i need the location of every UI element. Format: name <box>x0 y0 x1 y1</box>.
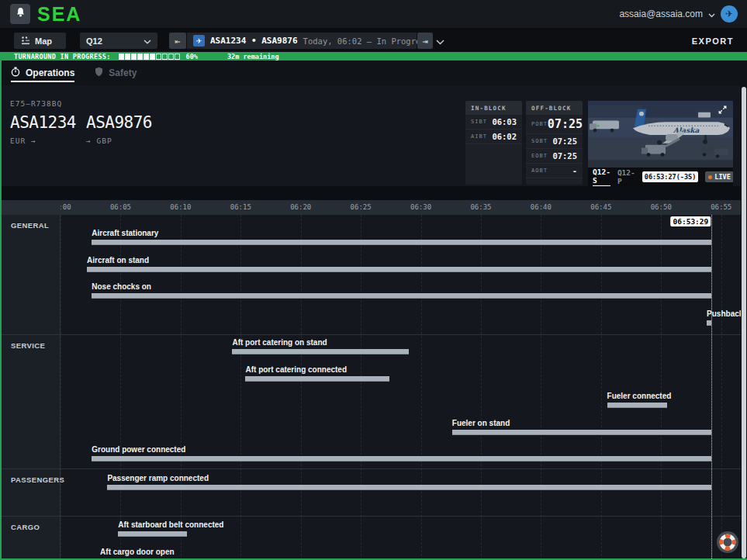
skip-to-end-button[interactable]: ⇥ <box>417 33 433 49</box>
flight-selector-flights: ASA1234 • ASA9876 <box>210 36 298 46</box>
vertical-scrollbar <box>741 85 747 560</box>
gantt-row: Nose chocks on <box>61 279 747 306</box>
gantt-bar <box>92 293 711 299</box>
tick-label: 06:30 <box>410 203 431 211</box>
section-label: SERVICE <box>0 335 60 350</box>
gantt-row: Aft starboard belt connected <box>61 517 747 544</box>
gantt-row: Pushback tug <box>61 306 747 334</box>
progress-block <box>175 54 180 60</box>
skip-to-end-icon: ⇥ <box>422 36 427 47</box>
section-chart-area: Aft port catering on standAft port cater… <box>61 335 747 468</box>
live-dot-icon <box>708 175 712 179</box>
chevron-down-icon <box>708 7 715 21</box>
user-email: assaia@assaia.com <box>619 9 703 19</box>
live-badge[interactable]: LIVE <box>705 171 733 182</box>
tab-safety[interactable]: Safety <box>95 60 137 85</box>
in-block-row-sibt: SIBT 06:03 <box>465 115 522 130</box>
tick-label: 06:50 <box>651 203 672 211</box>
stand-selector-value: Q12 <box>86 36 102 46</box>
progress-block <box>156 54 161 60</box>
tick-label: 06:15 <box>230 203 251 211</box>
progress-blocks <box>119 54 180 60</box>
progress-block <box>150 54 155 60</box>
timeline-ticks: 06:0006:0506:1006:1506:2006:2506:3006:35… <box>61 200 741 215</box>
progress-block <box>119 54 124 60</box>
gantt-bar <box>107 485 711 490</box>
section-chart-area: Aft starboard belt connectedAft cargo do… <box>61 517 747 560</box>
gantt-bar <box>87 267 711 272</box>
airport-logo: SEA <box>37 0 81 28</box>
section-label: PASSENGERS <box>0 469 60 484</box>
gantt-row: Fueler on stand <box>61 416 747 443</box>
gantt-bar <box>452 430 711 435</box>
tab-operations[interactable]: Operations <box>11 60 74 85</box>
camera-tab-q12p[interactable]: Q12-P <box>617 168 635 185</box>
gantt-bar <box>607 403 667 408</box>
gantt-row-label: Aft starboard belt connected <box>118 520 223 529</box>
account-menu[interactable]: assaia@assaia.com ✈ <box>619 0 738 28</box>
tab-operations-label: Operations <box>26 67 74 78</box>
gantt-row: Aircraft stationary <box>61 226 747 253</box>
in-block-card: IN-BLOCK SIBT 06:03 AIBT 06:02 <box>465 101 522 185</box>
section-chart-area: Aircraft stationaryAircraft on standNose… <box>61 215 747 334</box>
progress-block <box>168 54 174 60</box>
current-time-label: 06:53:29 <box>671 216 711 226</box>
lifebuoy-icon <box>716 543 739 556</box>
skip-to-start-icon: ⇤ <box>175 36 180 47</box>
notifications-button[interactable] <box>10 4 30 24</box>
map-button[interactable]: Map <box>14 33 66 49</box>
expand-video-button[interactable] <box>715 104 729 118</box>
tick-label: 06:55 <box>711 203 731 211</box>
app-root: SEA assaia@assaia.com ✈ Map Q12 ⇤ ✈ ASA1… <box>0 0 747 560</box>
tick-label: 06:40 <box>531 203 552 211</box>
shield-icon <box>95 67 103 79</box>
gantt-row-label: Aircraft stationary <box>92 229 158 237</box>
section-label-cell: PASSENGERS <box>0 469 61 516</box>
gantt-row: Ground power connected <box>61 442 747 469</box>
gantt-row: Aft cargo door open <box>61 544 747 560</box>
help-button[interactable] <box>716 531 739 554</box>
gantt-row-label: Fueler connected <box>607 392 672 400</box>
gantt-row-label: Aircraft on stand <box>87 256 149 264</box>
section-label-cell: SERVICE <box>0 335 61 468</box>
camera-tab-q12s[interactable]: Q12-S <box>593 168 610 187</box>
scrollbar-thumb[interactable] <box>742 87 746 558</box>
gantt-row-label: Ground power connected <box>92 445 185 454</box>
gantt-row-label: Fueler on stand <box>452 419 510 427</box>
progress-block <box>144 54 149 60</box>
gantt-bar <box>92 456 711 461</box>
gantt-row: Aft port catering on stand <box>61 335 747 362</box>
chevron-down-icon <box>436 34 444 48</box>
stand-selector[interactable]: Q12 <box>80 33 157 49</box>
off-block-row-sobt: SOBT 07:25 <box>526 134 583 149</box>
outbound-route: → GBP <box>86 137 152 145</box>
camera-feed-panel: Alaska <box>588 101 733 186</box>
gantt-row-label: Nose chocks on <box>92 282 151 291</box>
flight-selector-main[interactable]: ✈ ASA1234 • ASA9876 Today, 06:02 — In Pr… <box>187 33 417 49</box>
gantt-row-label: Aft port catering on stand <box>232 338 327 347</box>
tick-label: 06:45 <box>590 203 611 211</box>
gantt-bar <box>245 376 389 382</box>
top-bar: SEA assaia@assaia.com ✈ <box>0 0 747 28</box>
tick-label: 06:35 <box>470 203 491 211</box>
avatar[interactable]: ✈ <box>721 5 738 22</box>
outbound-flight-number: ASA9876 <box>86 113 152 132</box>
gantt-grid: GENERALAircraft stationaryAircraft on st… <box>0 215 747 560</box>
skip-to-start-button[interactable]: ⇤ <box>169 33 186 49</box>
progress-percent: 60% <box>186 53 198 60</box>
bell-icon <box>16 7 26 21</box>
turnaround-progress-bar: TURNAROUND IN PROGRESS: 60% 32m remainin… <box>0 52 747 60</box>
video-controls: Q12-S Q12-P 06:53:27(-3S) LIVE <box>588 168 733 186</box>
gantt-section-passengers: PASSENGERSPassenger ramp connected <box>0 468 747 516</box>
section-label-cell: CARGO <box>0 517 61 560</box>
gantt-row-label: Passenger ramp connected <box>107 474 209 482</box>
stopwatch-icon <box>11 67 20 79</box>
in-block-title: IN-BLOCK <box>465 101 522 115</box>
export-button[interactable]: EXPORT <box>692 33 734 49</box>
in-block-row-aibt: AIBT 06:02 <box>465 130 522 144</box>
section-label-cell: GENERAL <box>0 215 61 334</box>
tick-label: 06:25 <box>351 203 372 211</box>
aircraft-registration: E75—R738BQ <box>10 99 152 108</box>
inbound-route: EUR → <box>10 137 76 145</box>
tick-label: 06:05 <box>110 203 131 211</box>
